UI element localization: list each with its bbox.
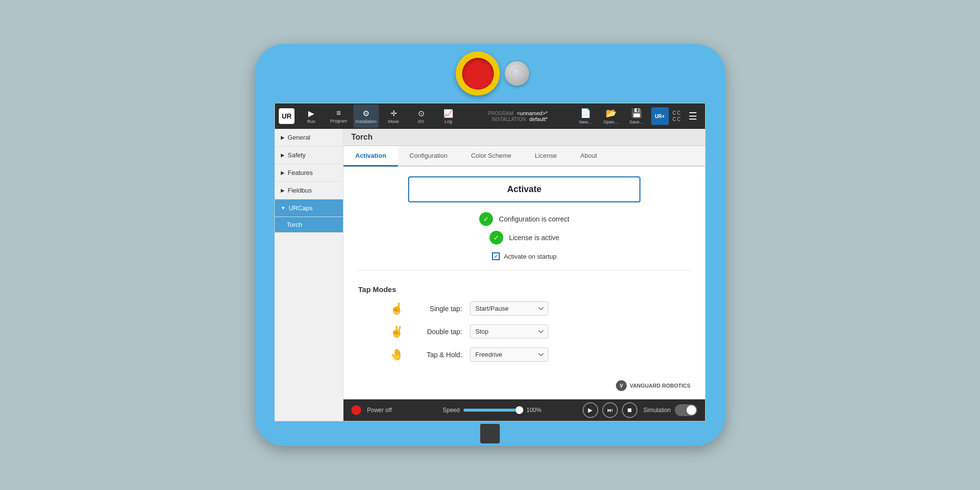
tab-about[interactable]: About <box>568 146 609 167</box>
tap-hold-icon: 🤚 <box>388 348 405 361</box>
status-item-license: ✓ License is active <box>490 231 560 245</box>
tap-hold-select[interactable]: Start/Pause Stop Freedrive <box>470 347 548 362</box>
tablet-bottom <box>480 421 500 446</box>
speed-thumb <box>515 406 523 414</box>
tablet-shell: UR ▶ Run ≡ Program ⚙ Installation ✛ Move… <box>255 44 725 446</box>
io-icon: ⊙ <box>418 109 424 118</box>
save-file-icon: 💾 <box>631 108 642 119</box>
skip-icon: ⏭ <box>607 407 613 414</box>
urplus-label: UR+ <box>655 114 664 119</box>
speed-fill <box>464 409 516 412</box>
simulation-toggle[interactable] <box>675 404 697 416</box>
tab-activation[interactable]: Activation <box>343 146 398 167</box>
new-label: New... <box>579 120 591 124</box>
emergency-stop-inner <box>462 58 494 90</box>
speed-label: Speed <box>443 407 460 414</box>
simulation-label: Simulation <box>643 407 671 414</box>
toolbar-move-btn[interactable]: ✛ Move <box>381 104 406 128</box>
double-tap-select[interactable]: Start/Pause Stop Freedrive <box>470 324 548 339</box>
emergency-stop-button[interactable] <box>456 51 500 96</box>
vanguard-icon: V <box>616 380 627 391</box>
chevron-right-icon: ▶ <box>281 170 285 175</box>
program-value: <unnamed>* <box>517 110 548 116</box>
installation-info-row: INSTALLATION default* <box>488 116 548 122</box>
sidebar-item-safety[interactable]: ▶ Safety <box>275 147 343 164</box>
tab-configuration-label: Configuration <box>410 152 447 159</box>
tabs-bar: Activation Configuration Color Scheme Li… <box>343 146 705 167</box>
installation-key: INSTALLATION <box>492 117 526 122</box>
sidebar-torch-label: Torch <box>287 221 302 228</box>
sidebar-item-urcaps[interactable]: ▼ URCaps <box>275 199 343 217</box>
tab-license[interactable]: License <box>523 146 569 167</box>
cc-grid: C C C C <box>673 110 681 122</box>
toolbar-run-btn[interactable]: ▶ Run <box>298 104 324 128</box>
page-title: Torch <box>351 133 372 141</box>
run-icon: ▶ <box>308 109 314 118</box>
urplus-button[interactable]: UR+ <box>651 107 669 125</box>
toolbar-io-btn[interactable]: ⊙ I/O <box>408 104 434 128</box>
tablet-stand <box>480 424 500 443</box>
ur-logo: UR <box>279 108 294 124</box>
tablet-power-button[interactable] <box>505 61 529 86</box>
chevron-down-icon: ▼ <box>281 205 286 211</box>
single-tap-select[interactable]: Start/Pause Stop Freedrive <box>470 301 548 316</box>
vanguard-brand: V VANGUARD ROBOTICS <box>358 375 690 391</box>
content-body: Activate ✓ Configuration is correct ✓ Li… <box>343 167 705 399</box>
sidebar-sub-item-torch[interactable]: Torch <box>275 217 343 233</box>
installation-icon: ⚙ <box>363 109 369 118</box>
screen: UR ▶ Run ≡ Program ⚙ Installation ✛ Move… <box>274 103 706 421</box>
speed-value: 100% <box>526 407 541 414</box>
play-icon: ▶ <box>588 407 592 414</box>
sidebar: ▶ General ▶ Safety ▶ Features ▶ Fieldbus… <box>275 129 343 421</box>
skip-button[interactable]: ⏭ <box>602 402 618 418</box>
power-label: Power off <box>367 407 392 414</box>
activate-button[interactable]: Activate <box>408 176 641 202</box>
activate-on-startup-checkbox[interactable]: ✓ <box>492 252 500 260</box>
program-key: PROGRAM <box>488 111 514 116</box>
tap-modes-section: Tap Modes ☝ Single tap: Start/Pause Stop… <box>358 280 690 375</box>
main-area: ▶ General ▶ Safety ▶ Features ▶ Fieldbus… <box>275 129 705 421</box>
toolbar-log-btn[interactable]: 📈 Log <box>436 104 461 128</box>
new-file-icon: 📄 <box>580 108 591 119</box>
save-file-btn[interactable]: 💾 Save... <box>626 108 647 124</box>
speed-slider[interactable] <box>464 409 522 412</box>
program-label: Program <box>330 119 347 123</box>
tap-modes-title: Tap Modes <box>358 285 690 294</box>
toolbar-installation-btn[interactable]: ⚙ Installation <box>353 104 379 128</box>
open-file-btn[interactable]: 📂 Open... <box>600 108 622 124</box>
vanguard-label: VANGUARD ROBOTICS <box>630 383 690 389</box>
playback-controls: ▶ ⏭ ⏹ <box>583 402 637 418</box>
license-check-icon: ✓ <box>490 231 503 245</box>
io-label: I/O <box>418 119 424 124</box>
sidebar-item-features[interactable]: ▶ Features <box>275 164 343 182</box>
tab-color-scheme-label: Color Scheme <box>471 152 511 159</box>
sidebar-features-label: Features <box>288 169 313 176</box>
config-check-icon: ✓ <box>479 212 493 226</box>
stop-button[interactable]: ⏹ <box>622 402 637 418</box>
toggle-knob <box>686 405 696 415</box>
sidebar-item-general[interactable]: ▶ General <box>275 129 343 147</box>
program-info: PROGRAM <unnamed>* INSTALLATION default* <box>488 110 548 122</box>
sidebar-general-label: General <box>288 134 310 141</box>
tab-configuration[interactable]: Configuration <box>398 146 459 167</box>
toolbar-program-btn[interactable]: ≡ Program <box>326 104 351 128</box>
tab-activation-label: Activation <box>355 152 386 159</box>
activate-on-startup-row: ✓ Activate on startup <box>358 252 690 270</box>
content-header: Torch <box>343 129 705 146</box>
tap-hold-label: Tap & Hold: <box>413 351 462 359</box>
double-tap-row: ✌ Double tap: Start/Pause Stop Freedrive <box>358 324 690 339</box>
sidebar-item-fieldbus[interactable]: ▶ Fieldbus <box>275 182 343 199</box>
activate-on-startup-label: Activate on startup <box>504 253 557 260</box>
play-button[interactable]: ▶ <box>583 402 598 418</box>
config-status-label: Configuration is correct <box>499 215 569 223</box>
new-file-btn[interactable]: 📄 New... <box>575 108 596 124</box>
tab-color-scheme[interactable]: Color Scheme <box>459 146 523 167</box>
hamburger-menu[interactable]: ☰ <box>685 108 701 124</box>
open-file-icon: 📂 <box>606 108 616 119</box>
toolbar-right-actions: 📄 New... 📂 Open... 💾 Save... UR+ C C <box>575 107 701 125</box>
activate-button-label: Activate <box>507 184 541 194</box>
log-label: Log <box>444 119 452 124</box>
installation-value: default* <box>529 116 547 122</box>
toolbar-program-info: PROGRAM <unnamed>* INSTALLATION default* <box>463 110 573 122</box>
stop-icon: ⏹ <box>627 407 633 414</box>
